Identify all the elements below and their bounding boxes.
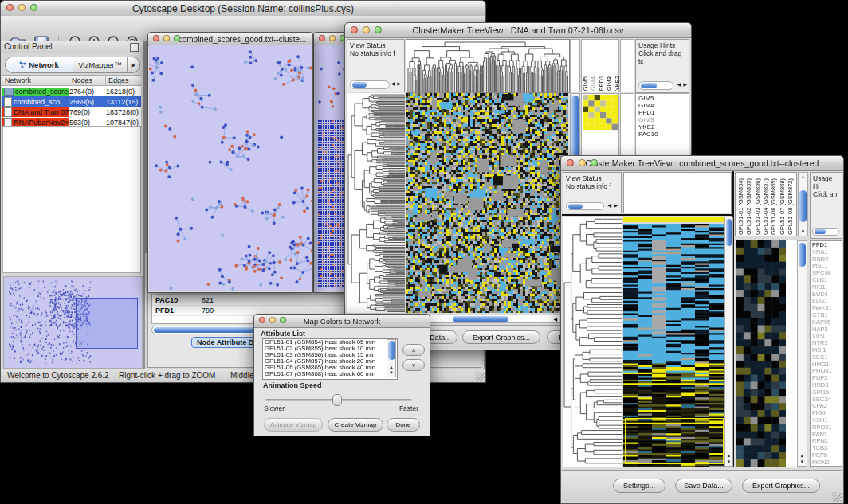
network1-titlebar[interactable]: combined_scores_good.txt--cluste... <box>148 33 312 46</box>
tv1-column-dendrogram[interactable] <box>406 39 570 93</box>
tv2-row-labels: PFD1YRA1RNR4MSL1SPC98CLN1NIS1BUD4ELG1MAK… <box>810 240 842 467</box>
close-button[interactable] <box>319 35 325 41</box>
network-name: combined_scores <box>15 88 69 96</box>
column-label[interactable]: PFD1 <box>598 76 606 91</box>
scroll-left-icon[interactable]: ◀ <box>677 80 681 88</box>
network-edges-count: 107847(0) <box>106 119 141 127</box>
column-label[interactable]: GIM4 <box>590 76 598 91</box>
column-label[interactable]: GIM5 <box>582 76 590 91</box>
network-edges-count: 183728(0) <box>106 108 141 116</box>
scroll-up-icon[interactable]: ▲ <box>799 174 807 179</box>
minimize-button[interactable] <box>18 4 26 11</box>
speed-slider-thumb[interactable] <box>332 394 342 406</box>
scroll-left-icon[interactable]: ◀ <box>553 316 557 322</box>
done-button[interactable]: Done <box>387 418 420 432</box>
animate-vizmap-button[interactable]: Animate Vizmap <box>264 418 323 432</box>
export-graphics-button[interactable]: Export Graphics... <box>742 479 820 493</box>
col-network[interactable]: Network <box>2 76 69 84</box>
tv2-collabel-vscrollbar[interactable]: ▲ ▼ <box>798 172 808 236</box>
usage-hints-hscrollbar[interactable] <box>812 228 839 236</box>
network-nodes-count: 2569(6) <box>69 98 106 106</box>
zoom-button[interactable] <box>174 35 180 41</box>
main-titlebar[interactable]: Cytoscape Desktop (Session Name: collins… <box>1 1 485 17</box>
scroll-right-icon[interactable]: ▶ <box>683 80 687 88</box>
resize-grip[interactable] <box>475 372 485 381</box>
column-label[interactable]: GPL51-04 (GSM857) <box>762 178 770 235</box>
export-graphics-button[interactable]: Export Graphics... <box>462 330 540 344</box>
tab-overflow-arrow[interactable]: ▶ <box>128 57 139 72</box>
close-button[interactable] <box>153 35 159 41</box>
minimize-button[interactable] <box>269 317 276 323</box>
row-label[interactable]: MON2 <box>812 459 842 467</box>
scroll-right-icon[interactable]: ▶ <box>397 80 401 88</box>
scroll-left-icon[interactable]: ◀ <box>391 80 395 88</box>
row-label[interactable]: PAC10 <box>638 131 689 139</box>
treeview1-titlebar[interactable]: ClusterMaker TreeView : DNA and Tran 07-… <box>345 23 691 38</box>
control-panel-tabs: Network VizMapper™ ▶ <box>5 57 140 73</box>
col-edges[interactable]: Edges <box>106 76 141 84</box>
dialog-titlebar[interactable]: Map Colors to Network <box>254 315 430 328</box>
col-nodes[interactable]: Nodes <box>69 76 106 84</box>
status-welcome: Welcome to Cytoscape 2.6.2 <box>7 371 109 380</box>
zoom-button[interactable] <box>280 317 286 323</box>
save-data-button[interactable]: Save Data... <box>675 479 732 493</box>
scroll-down-icon[interactable]: ▼ <box>798 459 807 464</box>
attribute-list-vscrollbar[interactable]: ▲ ▼ <box>387 339 396 377</box>
tab-network[interactable]: Network <box>6 57 73 72</box>
scroll-down-icon[interactable]: ▼ <box>799 229 807 234</box>
scroll-right-icon[interactable]: ▶ <box>614 201 618 209</box>
create-vizmap-button[interactable]: Create Vizmap <box>328 418 383 432</box>
network-row[interactable]: combined_scores 2764(0) 16218(0) <box>2 86 141 96</box>
zoom-button[interactable] <box>30 4 37 11</box>
tv2-vscrollbar[interactable]: ▲ ▼ <box>724 217 733 467</box>
scroll-down-icon[interactable]: ▼ <box>725 459 732 464</box>
tv2-zoom-heatmap[interactable] <box>736 240 786 467</box>
minimize-button[interactable] <box>579 159 586 166</box>
attribute-item[interactable]: GPL51-07 (GSM868) heat shock 60 min <box>263 371 397 377</box>
column-label[interactable]: GPL51-06 (GSM865) <box>770 178 778 235</box>
scroll-up-icon[interactable]: ▲ <box>387 365 395 369</box>
treeview2-titlebar[interactable]: ClusterMaker TreeView : combined_scores_… <box>561 156 843 171</box>
minimize-button[interactable] <box>163 35 170 41</box>
settings-button[interactable]: Settings... <box>613 479 665 493</box>
tab-vizmapper[interactable]: VizMapper™ <box>73 57 128 72</box>
control-panel-title: Control Panel <box>4 42 53 51</box>
usage-hints-hscrollbar[interactable] <box>638 81 673 90</box>
move-up-button[interactable]: ∧ <box>402 344 425 356</box>
column-label[interactable]: GIM3 <box>606 76 614 91</box>
tv1-row-dendrogram[interactable] <box>347 93 405 313</box>
view-status-hscrollbar[interactable] <box>566 202 604 210</box>
move-down-button[interactable]: ∨ <box>402 359 425 371</box>
scroll-up-icon[interactable]: ▲ <box>798 453 807 458</box>
column-label[interactable]: GPL51-01 (GSM854) <box>737 178 745 235</box>
zoom-button[interactable] <box>591 159 598 166</box>
tv2-row-dendrogram[interactable] <box>563 217 622 467</box>
view-status-hscrollbar[interactable] <box>350 80 390 89</box>
attribute-listbox[interactable]: GPL51-01 (GSM854) heat shock 05 minGPL51… <box>262 338 398 380</box>
scroll-left-icon[interactable]: ◀ <box>607 201 611 209</box>
scroll-up-icon[interactable]: ▲ <box>725 453 732 458</box>
close-button[interactable] <box>567 159 574 166</box>
column-label[interactable]: GPL51-08 (GSM872) <box>787 178 795 235</box>
network-canvas[interactable] <box>149 45 312 291</box>
network-row[interactable]: DNA and Tran 07 769(0) 183728(0) <box>2 107 141 117</box>
column-label[interactable]: GPL51-03 (GSM856) <box>754 178 762 235</box>
column-label[interactable]: GPL51-07 (GSM868) <box>779 178 787 235</box>
column-label[interactable]: GPL51-02 (GSM855) <box>745 178 753 235</box>
network-row[interactable]: combined_sco 2569(6) 13112(15) <box>2 96 141 107</box>
close-button[interactable] <box>259 317 265 323</box>
tv1-heatmap[interactable] <box>406 93 568 313</box>
tv1-zoom-matrix[interactable] <box>583 95 618 130</box>
tv2-zoom-vscrollbar[interactable]: ▲ ▼ <box>797 240 807 467</box>
resize-grip[interactable] <box>832 492 842 502</box>
zoom-button[interactable] <box>375 26 382 33</box>
birdseye-view[interactable] <box>3 276 143 369</box>
close-button[interactable] <box>351 26 358 33</box>
heatmap-selection-rect[interactable] <box>625 418 724 464</box>
close-button[interactable] <box>6 4 14 11</box>
minimize-button[interactable] <box>329 35 336 41</box>
minimize-button[interactable] <box>363 26 370 33</box>
scroll-down-icon[interactable]: ▼ <box>387 370 395 375</box>
float-panel-icon[interactable] <box>130 43 139 52</box>
network-list-empty-area <box>2 126 141 273</box>
